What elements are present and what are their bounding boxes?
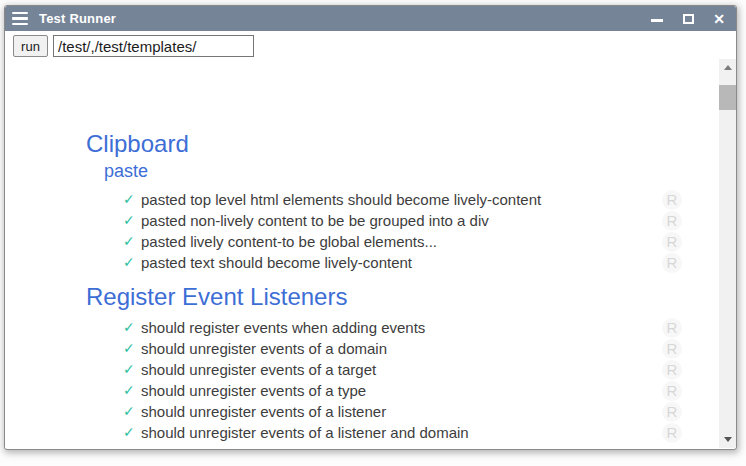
pass-check-icon: ✓ (123, 401, 141, 422)
test-row: ✓ pasted non-lively content to be be gro… (123, 210, 682, 231)
pass-check-icon: ✓ (123, 359, 141, 380)
test-path-input[interactable] (53, 35, 254, 57)
test-row: ✓ pasted text should become lively-conte… (123, 252, 682, 273)
test-label: should unregister events of a listener a… (141, 422, 662, 443)
pass-check-icon: ✓ (123, 189, 141, 210)
pass-check-icon: ✓ (123, 317, 141, 338)
section-title: Clipboard (86, 130, 736, 158)
pass-check-icon: ✓ (123, 252, 141, 273)
window-title: Test Runner (39, 11, 650, 26)
run-button[interactable]: run (13, 35, 48, 57)
scroll-up-button[interactable] (719, 59, 736, 76)
test-list: ✓ should register events when adding eve… (86, 317, 736, 443)
test-list: ✓ pasted top level html elements should … (86, 189, 736, 273)
test-row: ✓ should unregister events of a domain R (123, 338, 682, 359)
section-subtitle: paste (104, 161, 736, 182)
minimize-button[interactable] (650, 12, 664, 26)
rerun-button[interactable]: R (662, 402, 682, 422)
test-runner-window: Test Runner ✕ run Clipboard paste ✓ past… (4, 5, 737, 450)
rerun-button[interactable]: R (662, 190, 682, 210)
test-label: should unregister events of a type (141, 380, 662, 401)
test-row: ✓ should register events when adding eve… (123, 317, 682, 338)
test-label: should unregister events of a domain (141, 338, 662, 359)
toolbar: run (5, 31, 736, 59)
pass-check-icon: ✓ (123, 210, 141, 231)
test-row: ✓ should unregister events of a listener… (123, 401, 682, 422)
test-label: pasted text should become lively-content (141, 252, 662, 273)
test-label: should unregister events of a listener (141, 401, 662, 422)
rerun-button[interactable]: R (662, 211, 682, 231)
maximize-button[interactable] (681, 12, 695, 26)
menu-icon[interactable] (12, 11, 28, 27)
window-controls: ✕ (650, 12, 726, 26)
rerun-button[interactable]: R (662, 253, 682, 273)
test-label: should register events when adding event… (141, 317, 662, 338)
rerun-button[interactable]: R (662, 381, 682, 401)
sections-container: Clipboard paste ✓ pasted top level html … (5, 130, 736, 443)
pass-check-icon: ✓ (123, 338, 141, 359)
test-section: Clipboard paste ✓ pasted top level html … (5, 130, 736, 273)
rerun-button[interactable]: R (662, 423, 682, 443)
pass-check-icon: ✓ (123, 422, 141, 443)
arrow-down-icon (724, 437, 732, 442)
rerun-button[interactable]: R (662, 360, 682, 380)
test-row: ✓ should unregister events of a listener… (123, 422, 682, 443)
close-button[interactable]: ✕ (712, 12, 726, 26)
test-row: ✓ should unregister events of a type R (123, 380, 682, 401)
test-label: should unregister events of a target (141, 359, 662, 380)
rerun-button[interactable]: R (662, 232, 682, 252)
test-results-area: Clipboard paste ✓ pasted top level html … (5, 59, 736, 448)
test-row: ✓ should unregister events of a target R (123, 359, 682, 380)
title-bar[interactable]: Test Runner ✕ (5, 6, 736, 31)
pass-check-icon: ✓ (123, 231, 141, 252)
scroll-down-button[interactable] (719, 431, 736, 448)
vertical-scrollbar[interactable] (719, 59, 736, 448)
section-title: Register Event Listeners (86, 283, 736, 311)
rerun-button[interactable]: R (662, 339, 682, 359)
test-row: ✓ pasted lively content-to be global ele… (123, 231, 682, 252)
test-label: pasted top level html elements should be… (141, 189, 662, 210)
test-label: pasted non-lively content to be be group… (141, 210, 662, 231)
test-label: pasted lively content-to be global eleme… (141, 231, 662, 252)
rerun-button[interactable]: R (662, 318, 682, 338)
pass-check-icon: ✓ (123, 380, 141, 401)
test-section: Register Event Listeners ✓ should regist… (5, 283, 736, 443)
test-row: ✓ pasted top level html elements should … (123, 189, 682, 210)
arrow-up-icon (724, 65, 732, 70)
scrollbar-thumb[interactable] (719, 85, 736, 110)
